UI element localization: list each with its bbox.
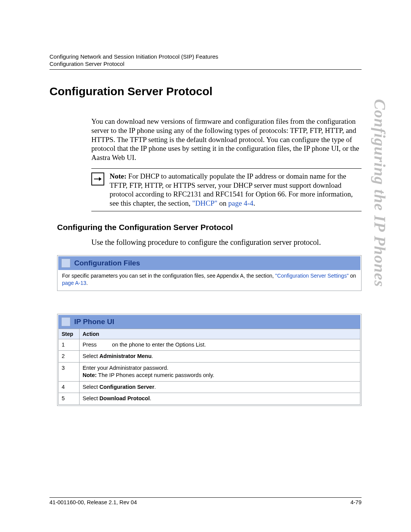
action-post: . <box>150 395 151 401</box>
step-action: Select Download Protocol. <box>80 393 360 405</box>
panel-badge-icon <box>61 259 70 268</box>
action-bold: Download Protocol <box>99 395 150 401</box>
table-header-row: Step Action <box>59 329 360 339</box>
cf-body-mid: on <box>349 273 356 279</box>
action-post: . <box>155 384 156 390</box>
step-num: 1 <box>59 339 80 351</box>
note-link-page[interactable]: page 4-4 <box>228 199 253 207</box>
action-note-text: The IP Phones accept numeric passwords o… <box>98 372 214 378</box>
panel-badge-icon <box>61 317 70 326</box>
steps-table: Step Action 1 Press on the phone to ente… <box>58 329 360 405</box>
col-step: Step <box>59 329 80 339</box>
action-pre: Select <box>83 384 99 390</box>
table-row: 2 Select Administrator Menu. <box>59 351 360 363</box>
page-title: Configuration Server Protocol <box>49 85 362 98</box>
subheading: Configuring the Configuration Server Pro… <box>57 223 362 232</box>
procedure-intro: Use the following procedure to configure… <box>91 238 362 247</box>
ip-phone-ui-header: IP Phone UI <box>58 315 360 329</box>
side-chapter-text: Configuring the IP Phones <box>371 99 389 287</box>
action-note-label: Note: <box>83 372 98 378</box>
running-header-line2: Configuration Server Protocol <box>49 61 362 67</box>
step-action: Enter your Administrator password. Note:… <box>80 362 360 381</box>
cf-link-settings[interactable]: "Configuration Server Settings" <box>275 273 349 279</box>
table-row: 3 Enter your Administrator password. Not… <box>59 362 360 381</box>
table-row: 1 Press on the phone to enter the Option… <box>59 339 360 351</box>
step-num: 5 <box>59 393 80 405</box>
step-num: 4 <box>59 381 80 393</box>
step-num: 3 <box>59 362 80 381</box>
ip-phone-ui-title: IP Phone UI <box>74 318 114 326</box>
step-action: Select Configuration Server. <box>80 381 360 393</box>
footer-page-number: 4-79 <box>350 499 362 505</box>
cf-link-page[interactable]: page A-13 <box>62 280 86 286</box>
cf-body-prefix: For specific parameters you can set in t… <box>62 273 275 279</box>
action-pre: Select <box>83 353 99 359</box>
action-post: on the phone to enter the Options List. <box>110 342 206 348</box>
config-files-body: For specific parameters you can set in t… <box>58 270 360 290</box>
ip-phone-ui-panel: IP Phone UI Step Action 1 Press on the p… <box>57 314 362 406</box>
action-line1: Enter your Administrator password. <box>83 365 169 371</box>
config-files-header: Configuration Files <box>58 256 360 270</box>
action-post: . <box>151 353 153 359</box>
col-action: Action <box>80 329 360 339</box>
config-files-panel: Configuration Files For specific paramet… <box>57 255 362 291</box>
cf-body-suffix: . <box>86 280 88 286</box>
footer-rule <box>49 497 362 498</box>
page-footer: 41-001160-00, Release 2.1, Rev 04 4-79 <box>49 497 362 505</box>
note-text: Note: For DHCP to automatically populate… <box>110 172 362 208</box>
svg-marker-1 <box>99 177 102 181</box>
note-body-2: on <box>217 199 228 207</box>
intro-paragraph: You can download new versions of firmwar… <box>91 117 362 162</box>
action-bold: Administrator Menu <box>99 353 151 359</box>
step-action: Press on the phone to enter the Options … <box>80 339 360 351</box>
header-rule <box>49 69 362 70</box>
note-box: Note: For DHCP to automatically populate… <box>91 168 362 211</box>
table-row: 4 Select Configuration Server. <box>59 381 360 393</box>
footer-left: 41-001160-00, Release 2.1, Rev 04 <box>49 499 137 505</box>
step-num: 2 <box>59 351 80 363</box>
action-pre: Select <box>83 395 99 401</box>
running-header-line1: Configuring Network and Session Initiati… <box>49 53 362 60</box>
table-row: 5 Select Download Protocol. <box>59 393 360 405</box>
step-action: Select Administrator Menu. <box>80 351 360 363</box>
note-body-3: . <box>253 199 255 207</box>
config-files-title: Configuration Files <box>74 259 140 267</box>
action-pre: Press <box>83 342 98 348</box>
note-label: Note: <box>110 172 126 180</box>
action-bold: Configuration Server <box>99 384 154 390</box>
note-arrow-icon <box>91 173 104 185</box>
note-link-dhcp[interactable]: "DHCP" <box>192 199 217 207</box>
